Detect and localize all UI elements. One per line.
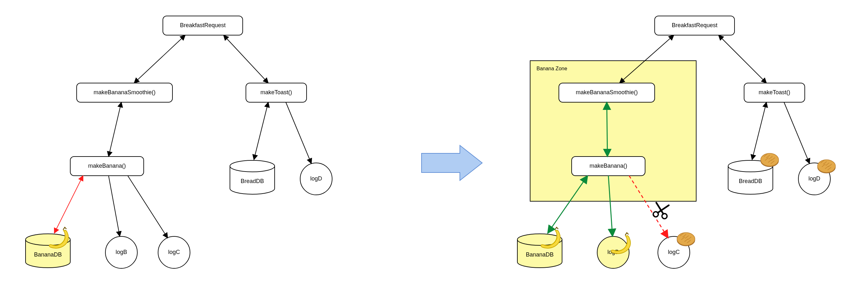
banana-zone-box bbox=[530, 61, 696, 201]
diagram-root: BreakfastRequest makeBananaSmoothie() ma… bbox=[0, 0, 868, 299]
right-diagram: Banana Zone BreakfastRequest makeBananaS… bbox=[517, 16, 835, 268]
svg-text:logB: logB bbox=[116, 249, 127, 255]
svg-text:makeBanana(): makeBanana() bbox=[88, 162, 126, 169]
node-breakfast-request: BreakfastRequest bbox=[163, 16, 243, 35]
svg-text:BreadDB: BreadDB bbox=[241, 178, 264, 184]
node-log-d: logD bbox=[300, 163, 332, 195]
svg-text:makeToast(): makeToast() bbox=[260, 89, 292, 95]
svg-text:BreakfastRequest: BreakfastRequest bbox=[672, 22, 717, 28]
svg-text:logD: logD bbox=[808, 175, 820, 182]
node-log-b: logB bbox=[105, 236, 137, 268]
svg-text:logC: logC bbox=[668, 249, 680, 255]
edge-smoothie-banana bbox=[607, 102, 608, 156]
bread-icon bbox=[761, 153, 779, 167]
bread-icon bbox=[677, 233, 695, 246]
node-make-banana: makeBanana() bbox=[571, 156, 645, 176]
node-make-toast: makeToast() bbox=[744, 83, 805, 102]
edge-banana-logc bbox=[128, 176, 168, 238]
node-log-c: logC bbox=[158, 236, 190, 268]
transition-arrow bbox=[422, 145, 482, 180]
edge-toast-breaddb bbox=[752, 102, 767, 160]
svg-text:makeBananaSmoothie(): makeBananaSmoothie() bbox=[94, 89, 156, 95]
edge-toast-logd bbox=[784, 102, 810, 163]
svg-text:BananaDB: BananaDB bbox=[34, 251, 62, 258]
edges-left bbox=[54, 35, 311, 238]
node-bread-db: BreadDB bbox=[230, 160, 275, 194]
edge-root-toast bbox=[223, 35, 268, 83]
edge-root-toast bbox=[718, 35, 767, 83]
svg-text:makeToast(): makeToast() bbox=[758, 89, 790, 95]
scissors-icon bbox=[653, 203, 669, 219]
node-breakfast-request: BreakfastRequest bbox=[655, 16, 735, 35]
svg-text:makeBanana(): makeBanana() bbox=[590, 162, 627, 169]
left-diagram: BreakfastRequest makeBananaSmoothie() ma… bbox=[26, 16, 332, 268]
edge-root-smoothie bbox=[134, 35, 185, 83]
svg-text:logC: logC bbox=[168, 249, 180, 255]
edge-toast-logd bbox=[286, 102, 311, 163]
bread-icon bbox=[817, 160, 835, 173]
edge-banana-bananadb bbox=[54, 176, 83, 233]
node-make-banana-smoothie: makeBananaSmoothie() bbox=[76, 83, 173, 102]
edge-banana-logb bbox=[108, 176, 120, 236]
svg-text:logD: logD bbox=[310, 175, 322, 182]
node-make-banana: makeBanana() bbox=[70, 156, 144, 176]
node-banana-db: BananaDB bbox=[26, 234, 70, 268]
edge-toast-breaddb bbox=[254, 102, 268, 160]
node-make-banana-smoothie: makeBananaSmoothie() bbox=[559, 83, 655, 102]
svg-text:BananaDB: BananaDB bbox=[526, 251, 553, 258]
svg-text:BreakfastRequest: BreakfastRequest bbox=[180, 22, 225, 28]
banana-zone-label: Banana Zone bbox=[536, 66, 567, 71]
edge-smoothie-banana bbox=[108, 102, 121, 156]
node-make-toast: makeToast() bbox=[246, 83, 307, 102]
node-banana-db: BananaDB bbox=[517, 234, 562, 268]
svg-text:BreadDB: BreadDB bbox=[739, 178, 762, 184]
svg-text:makeBananaSmoothie(): makeBananaSmoothie() bbox=[576, 89, 638, 95]
